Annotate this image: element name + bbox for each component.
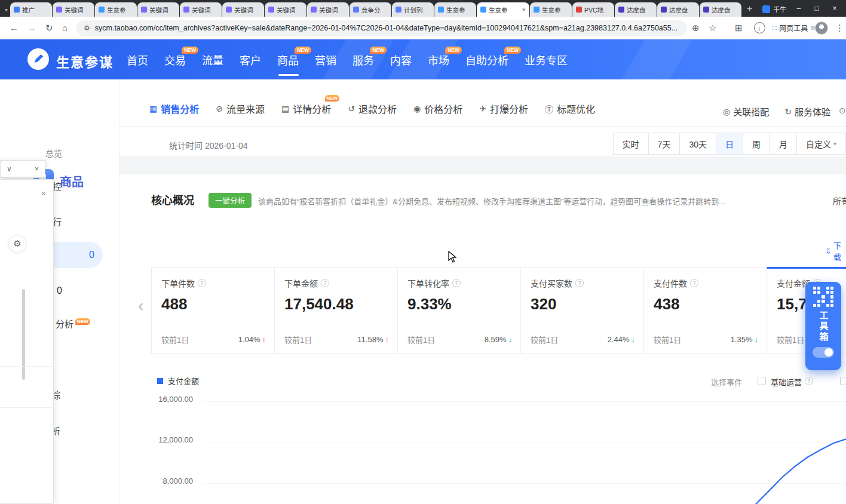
primary-nav-item[interactable]: 业务专区 NEW	[525, 39, 568, 79]
sycm-logo[interactable]	[27, 48, 49, 70]
gear-icon[interactable]: ⚙	[8, 235, 26, 253]
zoom-icon[interactable]: ⊕	[692, 23, 700, 33]
metric-card[interactable]: 下单金额 ? 17,540.48 较前1日 11.58% ↑ ↓	[274, 267, 398, 354]
close-icon[interactable]: ×	[41, 188, 46, 198]
window-control-button[interactable]: □	[808, 0, 826, 17]
close-icon[interactable]: ×	[35, 165, 39, 173]
sidebar-menu-item[interactable]: 分析NEW	[56, 317, 88, 330]
metric-card[interactable]: 支付买家数 ? 320 较前1日 2.44% ↑ ↓	[520, 267, 644, 354]
sidebar-menu-item[interactable]: 行	[53, 215, 62, 228]
primary-nav-item[interactable]: 营销 NEW	[315, 39, 336, 79]
analysis-right-link[interactable]: ↻ 服务体验	[784, 105, 830, 118]
info-icon[interactable]: ?	[805, 377, 813, 385]
primary-nav-item[interactable]: 市场 NEW	[428, 39, 449, 79]
browser-tab[interactable]: 关键词 ×	[137, 2, 179, 17]
browser-tab[interactable]: 生意参 ×	[95, 2, 137, 17]
browser-tab[interactable]: 达摩盘 ×	[615, 2, 657, 17]
window-control-button[interactable]: ×	[826, 0, 844, 17]
clipped-link-icon[interactable]: ⊙	[839, 106, 846, 115]
primary-nav-item[interactable]: 流量 NEW	[202, 39, 223, 79]
primary-nav-item[interactable]: 客户 NEW	[240, 39, 261, 79]
profile-avatar[interactable]	[815, 21, 828, 35]
analysis-tab[interactable]: ◉ 价格分析 NEW	[413, 102, 462, 116]
sidebar-menu-item[interactable]: 总览	[45, 147, 62, 159]
browser-tab[interactable]: 生意参 ×	[434, 2, 476, 17]
info-icon[interactable]: ?	[321, 279, 329, 287]
browser-tab[interactable]: 关键词 ×	[222, 2, 264, 17]
date-button-label: 自定义	[806, 138, 831, 150]
primary-nav-item[interactable]: 自助分析 NEW	[465, 39, 508, 79]
select-event-label[interactable]: 选择事件	[711, 376, 742, 388]
new-tab-button[interactable]: +	[747, 4, 752, 14]
reload-icon[interactable]: ↻	[45, 23, 53, 33]
browser-menu-icon[interactable]: ⋮	[835, 23, 844, 33]
primary-nav-item[interactable]: 首页 NEW	[127, 39, 148, 79]
address-bar[interactable]: ⚙ sycm.taobao.com/cc/item_archives?activ…	[76, 20, 687, 36]
info-icon[interactable]: ?	[690, 279, 698, 287]
date-range-button[interactable]: 周 ▾	[743, 133, 770, 155]
primary-nav-item[interactable]: 交易 NEW	[164, 39, 186, 79]
browser-tab[interactable]: 关键词 ×	[265, 2, 306, 17]
browser-tab[interactable]: 关键词 ×	[180, 2, 222, 17]
analysis-tab[interactable]: ▤ 详情分析 NEW	[281, 102, 331, 116]
download-link[interactable]: ⇩ 下载	[825, 239, 846, 262]
browser-tab[interactable]: 生意参 ×	[530, 2, 572, 17]
tab-close-icon[interactable]: ×	[522, 6, 526, 13]
browser-tab[interactable]: 推广 ×	[10, 2, 52, 17]
info-icon[interactable]: ?	[198, 279, 206, 287]
sidebar-menu-item[interactable]: 0	[57, 285, 62, 296]
date-range-button[interactable]: 月 ▾	[770, 133, 797, 155]
analysis-tab[interactable]: ▦ 销售分析 NEW	[149, 102, 199, 116]
browser-tab[interactable]: 生意参 ×	[477, 2, 529, 17]
tab-search-icon[interactable]: ▾	[5, 7, 8, 13]
browser-tab[interactable]: 计划列 ×	[392, 2, 434, 17]
home-icon[interactable]: ⌂	[62, 23, 68, 33]
tab-favicon	[268, 7, 274, 13]
toolbox-toggle[interactable]	[813, 347, 834, 358]
collapse-icon[interactable]: ∨	[7, 165, 12, 173]
browser-tab[interactable]: 达摩盘 ×	[657, 2, 699, 17]
window-control-button[interactable]: –	[790, 0, 808, 17]
date-button-label: 日	[725, 138, 734, 150]
analysis-tab[interactable]: ✈ 打爆分析 NEW	[479, 102, 528, 116]
analysis-tab[interactable]: Ⓣ 标题优化 NEW	[545, 102, 595, 116]
downloads-icon[interactable]: ↓	[754, 22, 765, 33]
date-range-button[interactable]: 自定义 ▾	[796, 133, 846, 155]
browser-tab[interactable]: 关键词 ×	[53, 2, 94, 17]
clipped-right-text[interactable]: 所有	[833, 195, 846, 207]
metrics-prev-arrow[interactable]: ‹	[138, 296, 143, 315]
date-range-button[interactable]: 实时 ▾	[613, 133, 649, 155]
analysis-tab[interactable]: ⊘ 流量来源 NEW	[216, 102, 265, 116]
sidebar-menu-item[interactable]: 0	[53, 242, 103, 268]
date-range-button[interactable]: 日 ▾	[716, 133, 743, 155]
basic-ops-checkbox[interactable]	[758, 377, 766, 385]
site-settings-icon[interactable]: ⚙	[84, 24, 90, 32]
sidebar-menu-item[interactable]: 控	[53, 180, 62, 192]
metric-card[interactable]: 下单件数 ? 488 较前1日 1.04% ↑ ↓	[151, 267, 275, 354]
new-badge: NEW	[504, 47, 521, 54]
primary-nav-item[interactable]: 商品 NEW	[277, 39, 299, 79]
toolbox-widget[interactable]: 工具箱	[805, 282, 841, 370]
webtools-extension-button[interactable]: ∷ 网页工具 ⊕	[772, 23, 816, 33]
bookmark-star-icon[interactable]: ☆	[709, 23, 716, 33]
forward-icon[interactable]: →	[27, 23, 36, 33]
info-icon[interactable]: ?	[452, 279, 461, 287]
extensions-icon[interactable]: ⊞	[735, 23, 743, 33]
one-click-analyze-button[interactable]: 一键分析	[209, 193, 252, 208]
metric-card[interactable]: 支付件数 ? 438 较前1日 1.35% ↑ ↓	[643, 267, 767, 354]
clipped-checkbox[interactable]	[840, 377, 846, 385]
back-icon[interactable]: ←	[10, 23, 19, 33]
qianniu-badge[interactable]: 千牛	[762, 4, 786, 14]
info-icon[interactable]: ?	[575, 279, 584, 287]
browser-tab[interactable]: 竞争分 ×	[350, 2, 391, 17]
browser-tab[interactable]: PVC地 ×	[572, 2, 614, 17]
primary-nav-item[interactable]: 内容 NEW	[390, 39, 412, 79]
date-range-button[interactable]: 7天 ▾	[648, 133, 681, 155]
browser-tab[interactable]: 关键词 ×	[307, 2, 349, 17]
metric-card[interactable]: 下单转化率 ? 9.33% 较前1日 8.59% ↑ ↓	[397, 267, 521, 354]
analysis-right-link[interactable]: ◎ 关联搭配	[723, 105, 769, 118]
analysis-tab[interactable]: ↺ 退款分析 NEW	[348, 102, 397, 116]
browser-tab[interactable]: 达摩盘 ×	[700, 2, 741, 17]
date-range-button[interactable]: 30天 ▾	[679, 133, 716, 155]
primary-nav-item[interactable]: 服务 NEW	[352, 39, 374, 79]
